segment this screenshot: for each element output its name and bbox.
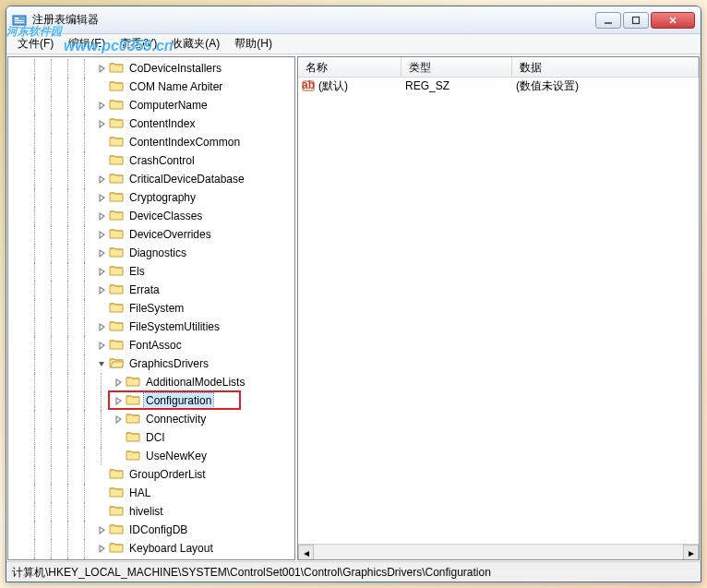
tree-item-HAL[interactable]: HAL xyxy=(8,484,294,502)
folder-icon xyxy=(109,541,127,557)
tree-item-ContentIndexCommon[interactable]: ContentIndexCommon xyxy=(8,133,294,151)
tree-item-CoDeviceInstallers[interactable]: CoDeviceInstallers xyxy=(8,59,294,78)
value-data: (数值未设置) xyxy=(512,78,699,94)
expand-icon[interactable] xyxy=(97,119,107,129)
col-name[interactable]: 名称 xyxy=(298,57,401,77)
folder-icon xyxy=(109,135,127,150)
tree-item-COMNameArbiter[interactable]: COM Name Arbiter xyxy=(8,78,294,96)
svg-rect-5 xyxy=(633,17,640,23)
svg-rect-1 xyxy=(15,18,18,19)
expand-icon[interactable] xyxy=(97,507,107,517)
maximize-button[interactable] xyxy=(623,12,649,29)
tree-item-Configuration[interactable]: Configuration xyxy=(8,391,294,410)
folder-icon xyxy=(109,319,127,335)
folder-icon xyxy=(126,430,144,446)
tree-label: Connectivity xyxy=(144,412,208,426)
tree-label: UseNewKey xyxy=(144,449,209,463)
folder-icon xyxy=(109,338,127,354)
expand-icon[interactable] xyxy=(97,488,107,498)
tree-label: GroupOrderList xyxy=(127,467,208,482)
tree-label: Els xyxy=(127,264,147,279)
tree-item-AdditionalModeLists[interactable]: AdditionalModeLists xyxy=(8,373,294,391)
tree-item-hivelist[interactable]: hivelist xyxy=(8,502,294,521)
expand-icon[interactable] xyxy=(114,414,124,425)
tree-item-DeviceOverrides[interactable]: DeviceOverrides xyxy=(8,225,294,244)
expand-icon[interactable] xyxy=(114,451,124,462)
menu-favorites[interactable]: 收藏夹(A) xyxy=(164,34,227,54)
expand-icon[interactable] xyxy=(97,174,107,185)
expand-icon[interactable] xyxy=(97,64,107,74)
folder-icon xyxy=(109,209,127,224)
tree-item-Connectivity[interactable]: Connectivity xyxy=(8,410,294,428)
expand-icon[interactable] xyxy=(114,378,124,388)
tree-item-CriticalDeviceDatabase[interactable]: CriticalDeviceDatabase xyxy=(8,170,294,188)
expand-icon[interactable] xyxy=(97,193,107,203)
expand-icon[interactable] xyxy=(97,211,107,222)
titlebar[interactable]: 注册表编辑器 xyxy=(6,6,701,34)
expand-icon[interactable] xyxy=(97,230,107,240)
tree-item-FileSystem[interactable]: FileSystem xyxy=(8,299,294,318)
tree-item-DCI[interactable]: DCI xyxy=(8,428,294,447)
tree-item-UseNewKey[interactable]: UseNewKey xyxy=(8,447,294,465)
expand-icon[interactable] xyxy=(114,396,124,406)
scroll-right-icon[interactable]: ▸ xyxy=(683,545,699,560)
expand-icon[interactable] xyxy=(97,82,107,92)
expand-icon[interactable] xyxy=(97,248,107,258)
tree-item-KeyboardLayout[interactable]: Keyboard Layout xyxy=(8,539,294,558)
tree-item-CrashControl[interactable]: CrashControl xyxy=(8,151,294,170)
expand-icon[interactable] xyxy=(97,341,107,351)
expand-icon[interactable] xyxy=(97,525,107,535)
tree-item-Diagnostics[interactable]: Diagnostics xyxy=(8,244,294,262)
folder-icon xyxy=(109,264,127,280)
expand-icon[interactable] xyxy=(97,138,107,148)
minimize-button[interactable] xyxy=(595,12,621,29)
tree-item-FontAssoc[interactable]: FontAssoc xyxy=(8,336,294,354)
tree-item-Errata[interactable]: Errata xyxy=(8,281,294,299)
folder-icon xyxy=(126,375,144,390)
tree-label: CoDeviceInstallers xyxy=(127,61,223,76)
folder-icon xyxy=(126,412,144,427)
tree-item-Cryptography[interactable]: Cryptography xyxy=(8,188,294,207)
menu-view[interactable]: 查看(V) xyxy=(113,34,164,54)
expand-icon[interactable] xyxy=(97,304,107,314)
tree-label: CrashControl xyxy=(127,153,197,168)
tree-item-ContentIndex[interactable]: ContentIndex xyxy=(8,114,294,133)
col-data[interactable]: 数据 xyxy=(512,57,699,77)
tree-item-IDConfigDB[interactable]: IDConfigDB xyxy=(8,521,294,539)
tree-item-GraphicsDrivers[interactable]: GraphicsDrivers xyxy=(8,354,294,373)
expand-icon[interactable] xyxy=(97,285,107,295)
folder-icon xyxy=(109,559,127,561)
tree-label: FileSystemUtilities xyxy=(127,319,222,334)
scroll-left-icon[interactable]: ◂ xyxy=(298,545,314,560)
tree-label: ContentIndexCommon xyxy=(127,135,242,150)
expand-icon[interactable] xyxy=(97,101,107,111)
expand-icon[interactable] xyxy=(97,156,107,166)
expand-icon[interactable] xyxy=(97,470,107,480)
tree-item-GroupOrderList[interactable]: GroupOrderList xyxy=(8,465,294,484)
horizontal-scrollbar[interactable]: ◂ ▸ xyxy=(298,544,699,559)
tree-item-ComputerName[interactable]: ComputerName xyxy=(8,96,294,114)
tree-item-Els[interactable]: Els xyxy=(8,262,294,281)
statusbar: 计算机\HKEY_LOCAL_MACHINE\SYSTEM\ControlSet… xyxy=(6,561,701,582)
menu-edit[interactable]: 编辑(E) xyxy=(61,34,113,54)
folder-icon xyxy=(126,393,144,409)
tree-item-KeyboardLayouts[interactable]: Keyboard Layouts xyxy=(8,558,294,560)
expand-icon[interactable] xyxy=(97,267,107,277)
tree-item-FileSystemUtilities[interactable]: FileSystemUtilities xyxy=(8,318,294,336)
menu-help[interactable]: 帮助(H) xyxy=(227,34,280,54)
value-row[interactable]: ab (默认) REG_SZ (数值未设置) xyxy=(298,78,699,94)
menu-file[interactable]: 文件(F) xyxy=(10,34,61,54)
collapse-icon[interactable] xyxy=(97,359,107,369)
tree-label: FontAssoc xyxy=(127,338,184,353)
values-body[interactable]: ab (默认) REG_SZ (数值未设置) xyxy=(298,78,699,544)
expand-icon[interactable] xyxy=(97,544,107,554)
svg-text:ab: ab xyxy=(302,79,315,91)
col-type[interactable]: 类型 xyxy=(401,57,512,77)
tree-item-DeviceClasses[interactable]: DeviceClasses xyxy=(8,207,294,225)
expand-icon[interactable] xyxy=(114,433,124,443)
close-button[interactable] xyxy=(651,12,695,29)
folder-icon xyxy=(109,522,127,538)
expand-icon[interactable] xyxy=(97,322,107,332)
tree-pane[interactable]: CoDeviceInstallers COM Name Arbiter Comp… xyxy=(7,56,295,560)
folder-icon xyxy=(109,116,127,132)
